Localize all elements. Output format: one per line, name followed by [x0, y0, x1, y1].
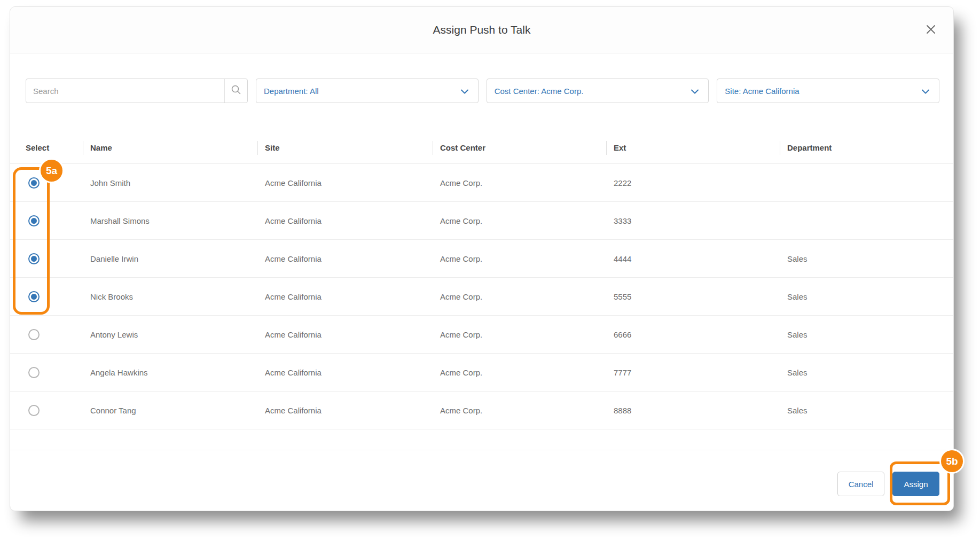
row-radio[interactable] — [28, 329, 40, 340]
cost-center-filter-dropdown[interactable]: Cost Center: Acme Corp. — [487, 79, 709, 103]
table-row[interactable]: Marshall Simons Acme California Acme Cor… — [10, 202, 953, 240]
cell-department: Sales — [780, 240, 939, 277]
row-radio[interactable] — [28, 215, 40, 226]
table-body: John Smith Acme California Acme Corp. 22… — [10, 164, 953, 429]
cell-select — [26, 164, 83, 201]
column-header-cost-center: Cost Center — [433, 132, 606, 163]
row-radio[interactable] — [28, 405, 40, 416]
table-row[interactable]: Antony Lewis Acme California Acme Corp. … — [10, 316, 953, 354]
department-filter-dropdown[interactable]: Department: All — [256, 79, 479, 103]
assign-button[interactable]: Assign — [892, 472, 939, 496]
dialog-footer: Cancel Assign — [10, 450, 953, 511]
cell-ext: 6666 — [606, 316, 780, 353]
chevron-down-icon — [691, 87, 699, 96]
search-box — [26, 79, 248, 103]
cell-site: Acme California — [257, 202, 433, 239]
close-button[interactable] — [922, 21, 939, 38]
cell-site: Acme California — [257, 278, 433, 315]
cell-select — [26, 392, 83, 429]
cell-select — [26, 316, 83, 353]
site-filter-dropdown[interactable]: Site: Acme California — [717, 79, 939, 103]
row-radio[interactable] — [28, 367, 40, 378]
cell-ext: 7777 — [606, 354, 780, 391]
cancel-button[interactable]: Cancel — [837, 472, 884, 496]
cell-select — [26, 240, 83, 277]
cell-name: Marshall Simons — [83, 202, 257, 239]
row-radio[interactable] — [28, 291, 40, 302]
cell-department — [780, 164, 939, 201]
cell-name: Antony Lewis — [83, 316, 257, 353]
cell-cost-center: Acme Corp. — [433, 316, 606, 353]
cell-select — [26, 202, 83, 239]
cell-site: Acme California — [257, 164, 433, 201]
cost-center-filter-label: Cost Center: Acme Corp. — [495, 87, 584, 96]
cell-cost-center: Acme Corp. — [433, 278, 606, 315]
cell-cost-center: Acme Corp. — [433, 202, 606, 239]
column-header-ext: Ext — [606, 132, 780, 163]
cell-site: Acme California — [257, 392, 433, 429]
table-row[interactable]: Angela Hawkins Acme California Acme Corp… — [10, 354, 953, 392]
chevron-down-icon — [461, 87, 468, 96]
cell-cost-center: Acme Corp. — [433, 392, 606, 429]
cell-name: Angela Hawkins — [83, 354, 257, 391]
cell-name: Nick Brooks — [83, 278, 257, 315]
close-icon — [926, 24, 936, 36]
cell-cost-center: Acme Corp. — [433, 354, 606, 391]
column-header-department: Department — [780, 132, 939, 163]
table-row[interactable]: Nick Brooks Acme California Acme Corp. 5… — [10, 278, 953, 316]
department-filter-label: Department: All — [264, 87, 319, 96]
cell-name: Danielle Irwin — [83, 240, 257, 277]
cell-ext: 5555 — [606, 278, 780, 315]
cell-ext: 4444 — [606, 240, 780, 277]
search-icon — [230, 84, 242, 98]
cell-ext: 2222 — [606, 164, 780, 201]
cell-department: Sales — [780, 392, 939, 429]
column-header-name: Name — [83, 132, 257, 163]
column-header-select: Select — [26, 132, 83, 163]
cell-site: Acme California — [257, 240, 433, 277]
cell-name: Connor Tang — [83, 392, 257, 429]
assign-push-to-talk-dialog: Assign Push to Talk — [10, 6, 954, 511]
cell-site: Acme California — [257, 316, 433, 353]
search-icon-section[interactable] — [224, 79, 247, 103]
dialog-header: Assign Push to Talk — [10, 7, 953, 53]
cell-department: Sales — [780, 316, 939, 353]
filter-bar: Department: All Cost Center: Acme Corp. … — [10, 79, 953, 103]
cell-select — [26, 278, 83, 315]
cell-department: Sales — [780, 354, 939, 391]
cell-department — [780, 202, 939, 239]
cell-ext: 8888 — [606, 392, 780, 429]
row-radio[interactable] — [28, 177, 40, 189]
cell-select — [26, 354, 83, 391]
table-row[interactable]: John Smith Acme California Acme Corp. 22… — [10, 164, 953, 202]
table-row[interactable]: Connor Tang Acme California Acme Corp. 8… — [10, 392, 953, 429]
cell-department: Sales — [780, 278, 939, 315]
chevron-down-icon — [922, 87, 929, 96]
cell-ext: 3333 — [606, 202, 780, 239]
cell-site: Acme California — [257, 354, 433, 391]
dialog-title: Assign Push to Talk — [433, 24, 531, 36]
cell-name: John Smith — [83, 164, 257, 201]
search-input[interactable] — [26, 79, 224, 103]
cell-cost-center: Acme Corp. — [433, 240, 606, 277]
table-footer-spacer — [10, 429, 953, 450]
row-radio[interactable] — [28, 253, 40, 264]
table-row[interactable]: Danielle Irwin Acme California Acme Corp… — [10, 240, 953, 278]
table-header-row: Select Name Site Cost Center Ext Departm… — [10, 132, 953, 164]
column-header-site: Site — [257, 132, 433, 163]
cell-cost-center: Acme Corp. — [433, 164, 606, 201]
site-filter-label: Site: Acme California — [725, 87, 799, 96]
